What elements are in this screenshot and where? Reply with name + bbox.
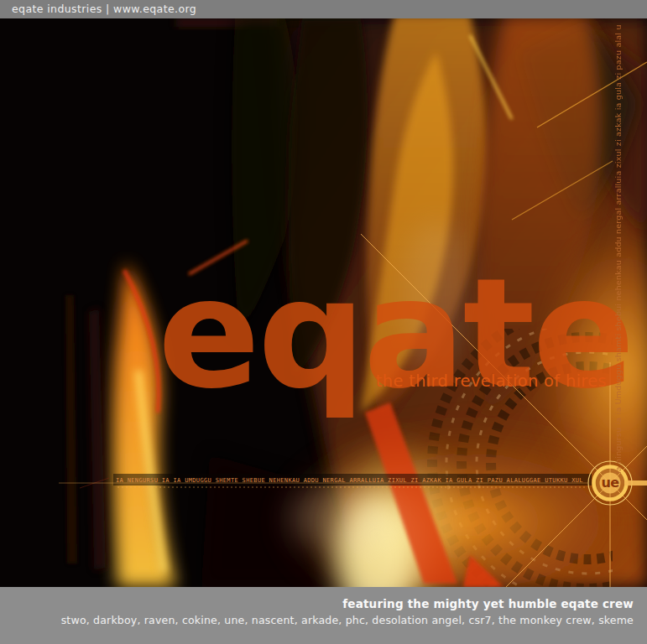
brand-text: eqate industries | www.eqate.org — [12, 0, 196, 18]
album-cover: eqate industries | www.eqate.org — [0, 0, 647, 644]
subtitle-text: the third revelation of hires — [376, 371, 607, 391]
vertical-chant-text: ia ningursu ia ia Umduggu shamti shebui … — [613, 24, 623, 474]
ue-logo-monogram: ue — [597, 475, 623, 491]
footer-bar: featuring the mighty yet humble eqate cr… — [0, 587, 647, 644]
chant-strip-text: IA NENGURSU IA IA UMDUGGU SHEMTE SHEBUE … — [116, 475, 591, 486]
footer-tagline: featuring the mighty yet humble eqate cr… — [342, 597, 634, 610]
header-bar: eqate industries | www.eqate.org — [0, 0, 647, 18]
artwork: eqate the third revelation of hires ia n… — [0, 18, 647, 587]
footer-crew-list: stwo, darkboy, raven, cokine, une, nasce… — [61, 614, 634, 626]
